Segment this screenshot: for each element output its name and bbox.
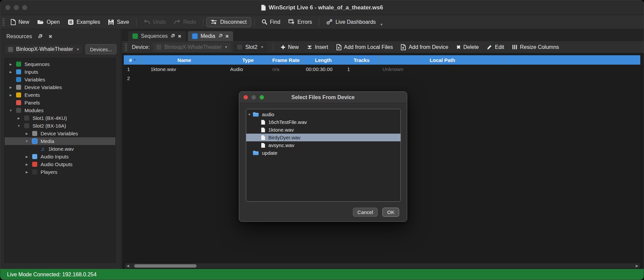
chevron-collapsed-icon[interactable]: ▶ xyxy=(8,70,13,74)
live-dashboards-button[interactable]: Live Dashboards xyxy=(322,17,380,27)
tree-item-audio-inputs[interactable]: ▶Audio Inputs xyxy=(5,153,115,160)
tree-item-device-variables[interactable]: ▶Device Variables xyxy=(5,83,115,91)
cell-frame-rate[interactable]: n/a xyxy=(269,66,303,72)
panel-splitter[interactable] xyxy=(120,29,122,269)
chevron-collapsed-icon[interactable]: ▶ xyxy=(24,132,30,135)
cell-type[interactable]: Audio xyxy=(227,66,269,72)
tree-item-events[interactable]: ▶Events xyxy=(5,91,115,99)
minimize-window-button[interactable] xyxy=(14,5,19,10)
resize-columns-button[interactable]: Resize Columns xyxy=(508,42,562,52)
close-panel-icon[interactable]: ✖ xyxy=(48,34,52,39)
add-from-device-button[interactable]: Add from Device xyxy=(397,42,452,52)
dialog-close-button[interactable] xyxy=(244,95,248,99)
tree-item-slot1-bx-4ku[interactable]: ▶Slot1 (BX-4KU) xyxy=(5,114,115,122)
chevron-collapsed-icon[interactable]: ▶ xyxy=(8,63,13,66)
errors-button[interactable]: Errors xyxy=(284,17,316,27)
toolbar-overflow-chevron-icon[interactable]: ▾ xyxy=(380,22,382,27)
tree-item-variables[interactable]: Variables xyxy=(5,76,115,83)
add-from-local-files-button[interactable]: Add from Local Files xyxy=(333,42,397,52)
cell-length[interactable]: 00:00:30.00 xyxy=(303,66,344,72)
column-header-blank[interactable]: #▼ xyxy=(124,55,142,65)
tree-item-media[interactable]: ▼Media xyxy=(5,137,115,145)
edit-button[interactable]: Edit xyxy=(483,42,508,52)
edit-label: Edit xyxy=(495,44,504,50)
chevron-expanded-icon[interactable]: ▼ xyxy=(8,109,13,112)
media-device-dropdown[interactable]: BinloopX-WhaleTheater ▼ xyxy=(153,43,231,52)
chevron-collapsed-icon[interactable]: ▶ xyxy=(24,163,30,166)
dialog-tree-item-update[interactable]: update xyxy=(246,149,400,157)
slot-dropdown[interactable]: Slot2 ▼ xyxy=(234,43,267,52)
slot-value: Slot2 xyxy=(245,44,257,50)
horizontal-scrollbar[interactable]: ◀ ▶ xyxy=(125,263,640,268)
chevron-collapsed-icon[interactable]: ▶ xyxy=(8,86,13,89)
zoom-window-button[interactable] xyxy=(22,5,27,10)
media-insert-button[interactable]: Insert xyxy=(303,42,332,52)
chevron-expanded-icon[interactable]: ▼ xyxy=(16,124,21,128)
tree-item-device-variables[interactable]: ▶Device Variables xyxy=(5,130,115,137)
tree-item-players[interactable]: ▶Players xyxy=(5,168,115,176)
float-panel-icon[interactable] xyxy=(38,34,42,39)
dialog-tree-item-1ktone-wav[interactable]: 1ktone.wav xyxy=(246,126,400,134)
column-header-frame-rate[interactable]: Frame Rate xyxy=(269,55,303,65)
column-header-type[interactable]: Type xyxy=(227,55,269,65)
tree-item-panels[interactable]: Panels xyxy=(5,99,115,107)
ok-button[interactable]: OK xyxy=(382,208,399,217)
players-icon xyxy=(32,169,37,174)
column-header-name[interactable]: Name xyxy=(142,55,227,65)
cell-blank[interactable]: 1 xyxy=(124,66,142,72)
float-tab-icon[interactable] xyxy=(218,34,222,39)
table-row[interactable]: 2 xyxy=(124,74,640,83)
new-button[interactable]: New xyxy=(7,17,33,27)
table-row[interactable]: 11ktone.wavAudion/a00:00:30.001Unknown xyxy=(124,65,640,74)
tab-sequences[interactable]: Sequences✖ xyxy=(128,31,186,41)
devices-button[interactable]: Devices... xyxy=(86,44,116,54)
close-window-button[interactable] xyxy=(5,5,10,10)
chevron-expanded-icon[interactable]: ▼ xyxy=(248,113,253,116)
tree-item-modules[interactable]: ▼Modules xyxy=(5,107,115,114)
save-button[interactable]: Save xyxy=(104,17,133,27)
chevron-collapsed-icon[interactable]: ▶ xyxy=(24,155,30,158)
cell-name[interactable]: 1ktone.wav xyxy=(142,66,227,72)
tree-item-inputs[interactable]: ▶Inputs xyxy=(5,68,115,76)
redo-button[interactable]: Redo xyxy=(170,17,200,27)
dialog-zoom-button[interactable] xyxy=(260,95,264,99)
tab-media[interactable]: Media✖ xyxy=(188,31,233,41)
toolbar-drag-handle[interactable] xyxy=(2,18,5,26)
dialog-minimize-button[interactable] xyxy=(252,95,256,99)
scrollbar-thumb[interactable] xyxy=(134,264,197,268)
float-tab-icon[interactable] xyxy=(171,34,175,39)
chevron-collapsed-icon[interactable]: ▶ xyxy=(16,117,21,120)
find-button[interactable]: Find xyxy=(258,17,284,27)
delete-button[interactable]: ✖ Delete xyxy=(453,42,483,52)
cancel-button[interactable]: Cancel xyxy=(353,208,378,217)
dialog-tree-item-birdydyer-wav[interactable]: BirdyDyer.wav xyxy=(246,134,400,141)
scroll-right-icon[interactable]: ▶ xyxy=(634,264,640,268)
dialog-tree-item-audio[interactable]: ▼audio xyxy=(246,111,400,118)
tree-item-1ktone-wav[interactable]: ♫1ktone.wav xyxy=(5,145,115,153)
device-selector[interactable]: BinloopX-WhaleTheater ▼ xyxy=(5,44,83,55)
close-tab-icon[interactable]: ✖ xyxy=(178,34,181,39)
cell-local-path[interactable]: Unknown xyxy=(379,66,505,72)
column-header-tracks[interactable]: Tracks xyxy=(344,55,379,65)
examples-button[interactable]: Examples xyxy=(64,17,104,27)
dialog-tree-item-16chtestfile-wav[interactable]: 16chTestFile.wav xyxy=(246,118,400,126)
close-tab-icon[interactable]: ✖ xyxy=(225,34,229,39)
disconnect-button[interactable]: Disconnect xyxy=(206,17,251,27)
slot1-bx-4ku-icon xyxy=(24,116,29,121)
cell-tracks[interactable]: 1 xyxy=(344,66,379,72)
undo-button[interactable]: Undo xyxy=(140,17,170,27)
open-button[interactable]: Open xyxy=(33,17,64,27)
cell-blank[interactable]: 2 xyxy=(124,75,142,81)
chevron-collapsed-icon[interactable]: ▶ xyxy=(8,93,13,97)
dialog-tree-item-avsync-wav[interactable]: avsync.wav xyxy=(246,141,400,149)
chevron-expanded-icon[interactable]: ▼ xyxy=(24,140,30,143)
tree-item-audio-outputs[interactable]: ▶Audio Outputs xyxy=(5,160,115,168)
tree-item-slot2-bx-16a[interactable]: ▼Slot2 (BX-16A) xyxy=(5,122,115,130)
column-header-local-path[interactable]: Local Path xyxy=(379,55,505,65)
media-new-button[interactable]: New xyxy=(277,42,303,52)
tree-item-sequences[interactable]: ▶Sequences xyxy=(5,60,115,68)
media-toolbar-drag-handle[interactable] xyxy=(125,44,127,51)
scroll-left-icon[interactable]: ◀ xyxy=(125,264,130,268)
chevron-collapsed-icon[interactable]: ▶ xyxy=(24,170,30,174)
column-header-length[interactable]: Length xyxy=(303,55,344,65)
